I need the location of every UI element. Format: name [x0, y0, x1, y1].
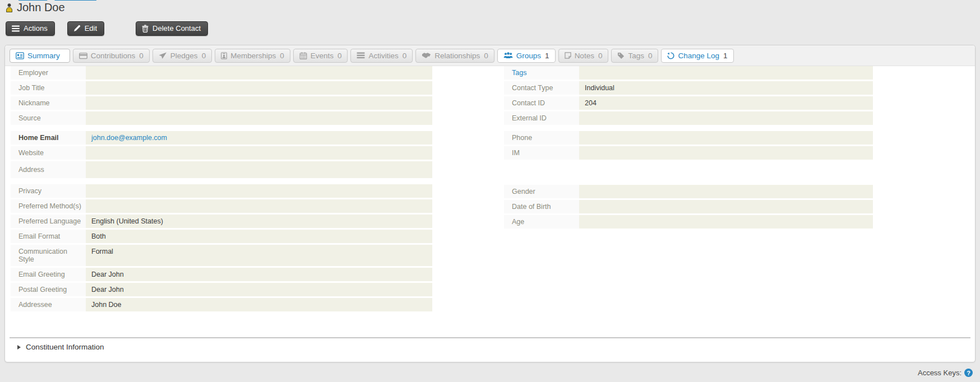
field-value: [579, 111, 873, 125]
delete-contact-button[interactable]: Delete Contact: [136, 21, 208, 36]
users-icon: [503, 52, 513, 59]
employer-row: Employer: [11, 66, 432, 80]
ids-block: Tags Contact Type Individual Contact ID …: [504, 66, 873, 125]
field-label: Website: [11, 146, 86, 160]
pencil-icon: [73, 25, 81, 32]
field-label: External ID: [504, 111, 579, 125]
tab-count: 0: [648, 52, 653, 60]
tab-label: Groups: [516, 52, 541, 60]
address-card-icon: [16, 52, 24, 59]
tab-label: Events: [311, 52, 334, 60]
date-of-birth-row: Date of Birth: [504, 200, 873, 213]
website-row: Website: [11, 146, 432, 160]
field-value: [579, 146, 873, 160]
contact-header: John Doe: [6, 1, 65, 14]
preferences-block: Privacy Preferred Method(s) Preferred La…: [11, 184, 432, 311]
field-label: Preferred Method(s): [11, 199, 86, 213]
preferred-methods-row: Preferred Method(s): [11, 199, 432, 213]
tab-label: Summary: [27, 52, 60, 60]
tab-memberships: Memberships 0: [215, 49, 290, 63]
tab-groups[interactable]: Groups 1: [497, 49, 556, 63]
field-value: [86, 81, 432, 95]
field-label: Email Greeting: [11, 268, 86, 281]
privacy-row: Privacy: [11, 184, 432, 198]
tab-tags: Tags 0: [611, 49, 658, 63]
demographics-block: Gender Date of Birth Age: [504, 185, 873, 229]
field-label: Email Format: [11, 230, 86, 243]
external-id-row: External ID: [504, 111, 873, 125]
tab-label: Pledges: [170, 52, 198, 60]
constituent-information-header[interactable]: Constituent Information: [17, 343, 104, 351]
postal-greeting-row: Postal Greeting Dear John: [11, 283, 432, 296]
field-value: [86, 199, 432, 213]
tab-count: 1: [723, 52, 728, 60]
age-row: Age: [504, 215, 873, 229]
source-row: Source: [11, 111, 432, 125]
im-row: IM: [504, 146, 873, 160]
section-divider: [10, 337, 970, 338]
contact-type-row: Contact Type Individual: [504, 81, 873, 95]
actions-button[interactable]: Actions: [6, 21, 55, 36]
field-label: Postal Greeting: [11, 283, 86, 296]
field-value: [86, 66, 432, 80]
field-value: john.doe@example.com: [86, 131, 432, 145]
field-value: [86, 146, 432, 160]
handshake-icon: [422, 52, 431, 59]
delete-contact-button-label: Delete Contact: [152, 24, 201, 32]
contact-tabs: Summary Contributions 0 Pledges 0 Member…: [5, 45, 975, 66]
field-value: Individual: [579, 81, 873, 95]
tab-relationships: Relationships 0: [415, 49, 494, 63]
field-value: [579, 185, 873, 198]
phone-row: Phone: [504, 131, 873, 145]
email-greeting-row: Email Greeting Dear John: [11, 268, 432, 281]
field-value: Formal: [86, 245, 432, 266]
field-value: Both: [86, 230, 432, 243]
contact-toolbar: Actions Edit Delete Contact: [6, 21, 208, 36]
tags-row: Tags: [504, 66, 873, 80]
edit-button-label: Edit: [85, 24, 97, 32]
field-label: Source: [11, 111, 86, 125]
email-link[interactable]: john.doe@example.com: [91, 134, 167, 142]
field-label: Preferred Language: [11, 215, 86, 228]
gender-row: Gender: [504, 185, 873, 198]
tab-label: Activities: [368, 52, 398, 60]
field-value: [86, 111, 432, 125]
field-label: Nickname: [11, 96, 86, 110]
tab-label: Memberships: [230, 52, 276, 60]
edit-button[interactable]: Edit: [67, 21, 104, 36]
field-value: [86, 161, 432, 178]
field-label: Age: [504, 215, 579, 229]
tags-link[interactable]: Tags: [504, 66, 579, 80]
tab-label: Change Log: [678, 52, 719, 60]
tab-events: Events 0: [293, 49, 348, 63]
tab-notes: Notes 0: [558, 49, 609, 63]
field-label: Job Title: [11, 81, 86, 95]
page-title: John Doe: [17, 1, 65, 14]
tab-pledges: Pledges 0: [152, 49, 212, 63]
tab-summary[interactable]: Summary: [10, 49, 70, 63]
tab-change-log[interactable]: Change Log 1: [661, 49, 733, 63]
field-label: IM: [504, 146, 579, 160]
help-icon[interactable]: ?: [964, 369, 973, 377]
footer: Access Keys: ?: [918, 369, 973, 377]
tab-count: 0: [202, 52, 206, 60]
field-label: Address: [11, 161, 86, 178]
trash-icon: [142, 25, 149, 32]
job-title-row: Job Title: [11, 81, 432, 95]
contact-summary-panel: Summary Contributions 0 Pledges 0 Member…: [4, 45, 976, 362]
tab-count: 0: [280, 52, 284, 60]
tab-label: Relationships: [434, 52, 480, 60]
tab-label: Tags: [628, 52, 644, 60]
tab-count: 1: [545, 52, 549, 60]
phone-im-block: Phone IM: [504, 131, 873, 160]
field-value: [86, 96, 432, 110]
tag-icon: [617, 52, 625, 59]
hamburger-icon: [12, 25, 20, 32]
nickname-row: Nickname: [11, 96, 432, 110]
individual-contact-icon: [6, 3, 13, 12]
field-value: 204: [579, 96, 873, 110]
field-value: [579, 131, 873, 145]
field-label: Date of Birth: [504, 200, 579, 213]
field-value: John Doe: [86, 298, 432, 311]
tab-activities: Activities 0: [350, 49, 413, 63]
